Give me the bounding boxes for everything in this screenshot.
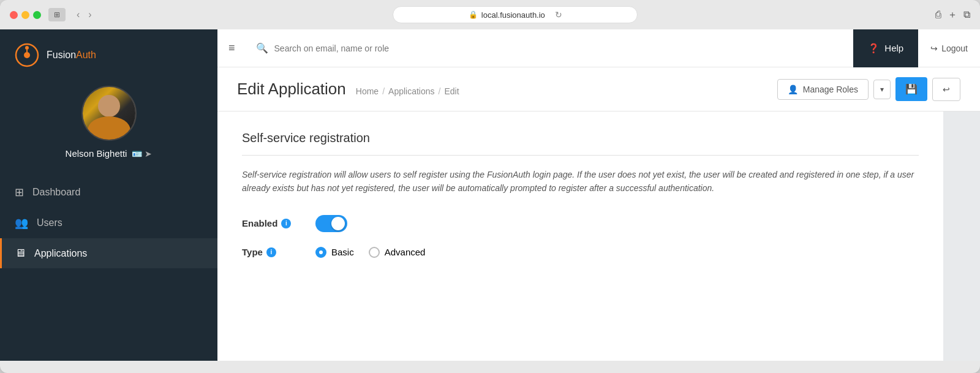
sidebar-username: Nelson Bighetti 🪪 ➤ xyxy=(66,148,153,159)
radio-basic-label: Basic xyxy=(331,247,354,257)
type-option-basic[interactable]: Basic xyxy=(315,247,354,258)
url-text: local.fusionauth.io xyxy=(481,10,545,20)
svg-point-2 xyxy=(25,46,29,50)
breadcrumb: Home / Applications / Edit xyxy=(356,86,459,96)
enabled-toggle[interactable] xyxy=(315,215,347,232)
page-title: Edit Application xyxy=(237,80,346,99)
search-icon: 🔍 xyxy=(256,42,268,54)
help-label: Help xyxy=(884,43,903,53)
logo-text: FusionAuth xyxy=(47,50,96,61)
breadcrumb-home[interactable]: Home xyxy=(356,86,379,96)
sidebar-item-applications-label: Applications xyxy=(34,248,87,259)
search-input[interactable] xyxy=(274,43,844,53)
user-card-icon: 🪪 xyxy=(132,149,142,159)
user-location-icon: ➤ xyxy=(145,149,152,159)
enabled-info-icon[interactable]: i xyxy=(281,219,291,228)
sidebar-logo: FusionAuth xyxy=(0,29,217,80)
help-icon: ❓ xyxy=(868,43,880,54)
page-header: Edit Application Home / Applications / E… xyxy=(217,67,980,111)
dashboard-icon: ⊞ xyxy=(15,186,24,199)
section-title: Self-service registration xyxy=(242,131,919,156)
type-field-row: Type i Basic Advanced xyxy=(242,247,919,258)
manage-roles-dropdown-btn[interactable]: ▾ xyxy=(873,80,891,99)
share-btn[interactable]: ⎙ xyxy=(935,9,941,20)
logout-icon: ↪ xyxy=(930,43,938,53)
breadcrumb-current: Edit xyxy=(444,86,459,96)
address-bar[interactable]: 🔒 local.fusionauth.io ↻ xyxy=(393,6,638,23)
sidebar-item-users[interactable]: 👥 Users xyxy=(0,208,217,238)
menu-toggle-btn[interactable]: ≡ xyxy=(217,42,246,55)
breadcrumb-sep-2: / xyxy=(439,86,441,96)
sidebar-item-users-label: Users xyxy=(37,217,62,228)
maximize-dot[interactable] xyxy=(33,11,41,19)
back-icon: ↩ xyxy=(943,85,950,94)
tabs-btn[interactable]: ⧉ xyxy=(963,9,970,20)
close-dot[interactable] xyxy=(10,11,18,19)
app-container: FusionAuth Nelson Bighetti 🪪 ➤ xyxy=(0,29,980,361)
manage-roles-button[interactable]: 👤 Manage Roles xyxy=(777,79,869,100)
sidebar-item-dashboard[interactable]: ⊞ Dashboard xyxy=(0,177,217,208)
type-label: Type i xyxy=(242,247,315,257)
enabled-label: Enabled i xyxy=(242,218,315,228)
back-browser-btn[interactable]: ‹ xyxy=(73,8,83,21)
breadcrumb-sep-1: / xyxy=(382,86,385,96)
sidebar-item-dashboard-label: Dashboard xyxy=(32,187,80,198)
logout-button[interactable]: ↪ Logout xyxy=(918,29,980,67)
topbar-actions: ❓ Help ↪ Logout xyxy=(853,29,980,67)
browser-traffic-lights xyxy=(10,11,41,19)
applications-icon: 🖥 xyxy=(15,247,26,260)
back-button[interactable]: ↩ xyxy=(932,78,960,101)
save-icon: 💾 xyxy=(905,84,918,94)
sidebar-item-applications[interactable]: 🖥 Applications xyxy=(0,238,217,268)
search-bar: 🔍 xyxy=(246,42,854,54)
browser-actions: ⎙ ＋ ⧉ xyxy=(935,9,970,21)
avatar xyxy=(81,86,137,141)
radio-basic-circle xyxy=(315,247,326,258)
lock-icon: 🔒 xyxy=(469,10,478,19)
minimize-dot[interactable] xyxy=(21,11,29,19)
content-main: Self-service registration Self-service r… xyxy=(217,111,943,361)
logo-fusion: Fusion xyxy=(47,50,76,60)
forward-browser-btn[interactable]: › xyxy=(85,8,95,21)
content-area: Self-service registration Self-service r… xyxy=(217,111,980,361)
sidebar: FusionAuth Nelson Bighetti 🪪 ➤ xyxy=(0,29,217,361)
new-tab-btn[interactable]: ＋ xyxy=(948,9,957,21)
browser-titlebar: ⊞ ‹ › 🔒 local.fusionauth.io ↻ ⎙ ＋ ⧉ xyxy=(0,6,980,29)
avatar-image xyxy=(83,86,135,141)
toggle-knob xyxy=(331,217,345,230)
browser-window: ⊞ ‹ › 🔒 local.fusionauth.io ↻ ⎙ ＋ ⧉ xyxy=(0,0,980,373)
page-title-area: Edit Application Home / Applications / E… xyxy=(237,80,459,99)
type-info-icon[interactable]: i xyxy=(266,247,276,257)
help-button[interactable]: ❓ Help xyxy=(853,29,918,67)
users-icon: 👥 xyxy=(15,216,28,230)
fusionauth-logo-icon xyxy=(15,43,39,67)
breadcrumb-applications[interactable]: Applications xyxy=(388,86,435,96)
address-bar-container: 🔒 local.fusionauth.io ↻ xyxy=(103,6,928,23)
logo-auth: Auth xyxy=(76,50,96,60)
manage-roles-label: Manage Roles xyxy=(803,85,858,94)
logout-label: Logout xyxy=(941,43,968,53)
username-icons: 🪪 ➤ xyxy=(132,149,152,159)
sidebar-toggle-btn[interactable]: ⊞ xyxy=(48,8,66,21)
type-option-advanced[interactable]: Advanced xyxy=(369,247,426,258)
svg-point-1 xyxy=(24,52,30,58)
sidebar-avatar-area: Nelson Bighetti 🪪 ➤ xyxy=(0,80,217,171)
sidebar-nav: ⊞ Dashboard 👥 Users 🖥 Applications xyxy=(0,177,217,268)
type-radio-group: Basic Advanced xyxy=(315,247,425,258)
page-actions: 👤 Manage Roles ▾ 💾 ↩ xyxy=(777,77,960,101)
radio-advanced-label: Advanced xyxy=(385,247,426,257)
manage-roles-icon: 👤 xyxy=(788,85,798,94)
section-description: Self-service registration will allow use… xyxy=(242,168,919,195)
radio-advanced-circle xyxy=(369,247,380,258)
topbar: ≡ 🔍 ❓ Help ↪ Logout xyxy=(217,29,980,67)
content-side-panel xyxy=(943,111,980,361)
main-area: ≡ 🔍 ❓ Help ↪ Logout xyxy=(217,29,980,361)
save-button[interactable]: 💾 xyxy=(895,77,927,101)
enabled-field-row: Enabled i xyxy=(242,215,919,232)
reload-icon[interactable]: ↻ xyxy=(555,10,562,20)
